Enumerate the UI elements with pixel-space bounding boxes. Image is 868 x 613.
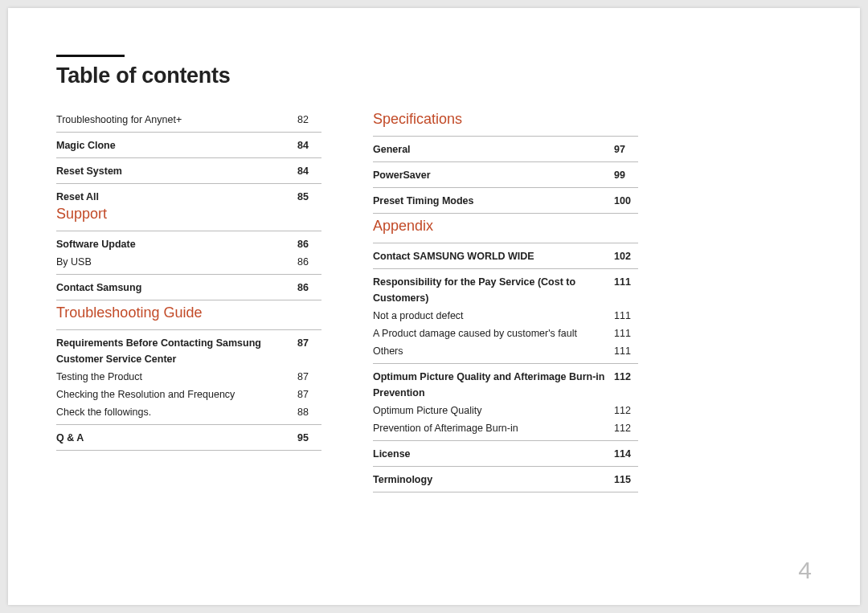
toc-entry[interactable]: By USB86 — [56, 253, 321, 271]
toc-entry-label: Others — [373, 343, 614, 359]
toc-entry-label: PowerSaver — [373, 167, 614, 183]
divider — [56, 132, 321, 133]
divider — [373, 136, 638, 137]
toc-entry[interactable]: Optimum Picture Quality and Afterimage B… — [373, 368, 638, 402]
troubleshooting-groups: Requirements Before Contacting Samsung C… — [56, 329, 321, 451]
divider — [373, 466, 638, 467]
toc-entry[interactable]: Requirements Before Contacting Samsung C… — [56, 334, 321, 368]
toc-entry[interactable]: Others111 — [373, 342, 638, 360]
toc-entry-page: 86 — [297, 254, 321, 270]
toc-entry-label: License — [373, 446, 614, 462]
toc-entry-page: 84 — [297, 137, 321, 153]
section-appendix: Appendix Contact SAMSUNG WORLD WIDE102Re… — [373, 218, 638, 492]
toc-entry-page: 82 — [297, 112, 321, 128]
toc-entry[interactable]: Reset System84 — [56, 162, 321, 180]
toc-entry[interactable]: Testing the Product87 — [56, 368, 321, 386]
toc-entry-label: Responsibility for the Pay Service (Cost… — [373, 274, 614, 306]
toc-entry-label: By USB — [56, 254, 297, 270]
toc-entry[interactable]: Check the followings.88 — [56, 403, 321, 421]
divider — [373, 243, 638, 243]
toc-entry-page: 102 — [614, 248, 638, 264]
toc-entry[interactable]: Preset Timing Modes100 — [373, 192, 638, 210]
divider — [373, 440, 638, 441]
support-groups: Software Update86By USB86Contact Samsung… — [56, 231, 321, 300]
toc-entry-label: Testing the Product — [56, 369, 297, 385]
section-specifications: Specifications General97PowerSaver99Pres… — [373, 111, 638, 214]
toc-entry-page: 111 — [614, 343, 638, 359]
divider — [56, 183, 321, 184]
divider — [373, 268, 638, 269]
toc-entry-label: General — [373, 141, 614, 157]
toc-entry-label: Check the followings. — [56, 404, 297, 420]
toc-entry-label: Checking the Resolution and Frequency — [56, 386, 297, 403]
toc-entry-page: 87 — [297, 369, 321, 385]
specifications-groups: General97PowerSaver99Preset Timing Modes… — [373, 136, 638, 214]
toc-entry[interactable]: License114 — [373, 445, 638, 463]
toc-entry-label: Requirements Before Contacting Samsung C… — [56, 335, 297, 367]
toc-entry-label: Terminology — [373, 472, 614, 488]
page: Table of contents Troubleshooting for An… — [8, 8, 860, 605]
toc-entry[interactable]: Prevention of Afterimage Burn-in112 — [373, 419, 638, 437]
toc-entry-label: Troubleshooting for Anynet+ — [56, 112, 297, 128]
section-support: Support Software Update86By USB86Contact… — [56, 206, 321, 300]
toc-entry-label: Not a product defect — [373, 308, 614, 324]
toc-entry-page: 111 — [614, 308, 638, 324]
toc-entry-page: 87 — [297, 335, 321, 367]
divider — [373, 213, 638, 214]
columns: Troubleshooting for Anynet+82Magic Clone… — [56, 111, 812, 497]
divider — [373, 492, 638, 492]
toc-entry[interactable]: Responsibility for the Pay Service (Cost… — [373, 273, 638, 307]
toc-entry[interactable]: Reset All85 — [56, 188, 321, 206]
divider — [56, 157, 321, 158]
toc-entry-label: Prevention of Afterimage Burn-in — [373, 420, 614, 436]
title-rule — [56, 55, 125, 57]
toc-entry-page: 97 — [614, 141, 638, 157]
toc-entry-page: 111 — [614, 274, 638, 306]
toc-entry[interactable]: Checking the Resolution and Frequency87 — [56, 386, 321, 403]
toc-entry[interactable]: A Product damage caused by customer's fa… — [373, 325, 638, 342]
toc-entry[interactable]: Q & A95 — [56, 429, 321, 447]
heading-specifications: Specifications — [373, 111, 638, 128]
toc-entry-page: 85 — [297, 189, 321, 205]
toc-entry-label: Magic Clone — [56, 137, 297, 153]
divider — [56, 329, 321, 330]
toc-entry[interactable]: General97 — [373, 141, 638, 158]
toc-entry[interactable]: Troubleshooting for Anynet+82 — [56, 111, 321, 129]
toc-entry-label: Software Update — [56, 236, 297, 252]
divider — [56, 424, 321, 425]
toc-entry-label: Reset All — [56, 189, 297, 205]
toc-entry[interactable]: PowerSaver99 — [373, 166, 638, 184]
toc-entry-page: 99 — [614, 167, 638, 183]
toc-entry-page: 100 — [614, 193, 638, 209]
column-right: Specifications General97PowerSaver99Pres… — [373, 111, 638, 497]
toc-entry[interactable]: Contact Samsung86 — [56, 279, 321, 296]
heading-appendix: Appendix — [373, 218, 638, 235]
divider — [373, 187, 638, 188]
top-block: Troubleshooting for Anynet+82Magic Clone… — [56, 111, 321, 206]
page-title: Table of contents — [56, 63, 812, 88]
toc-entry-page: 112 — [614, 369, 638, 401]
toc-entry-page: 88 — [297, 404, 321, 420]
toc-entry-label: Preset Timing Modes — [373, 193, 614, 209]
column-left: Troubleshooting for Anynet+82Magic Clone… — [56, 111, 321, 497]
heading-support: Support — [56, 206, 321, 223]
divider — [56, 274, 321, 275]
toc-entry[interactable]: Not a product defect111 — [373, 307, 638, 325]
toc-entry-label: Contact SAMSUNG WORLD WIDE — [373, 248, 614, 264]
toc-entry[interactable]: Magic Clone84 — [56, 137, 321, 154]
toc-entry-label: Q & A — [56, 430, 297, 446]
toc-entry-page: 112 — [614, 403, 638, 419]
divider — [56, 450, 321, 451]
toc-entry-page: 86 — [297, 280, 321, 296]
toc-entry[interactable]: Optimum Picture Quality112 — [373, 402, 638, 419]
toc-entry-label: Optimum Picture Quality — [373, 403, 614, 419]
toc-entry[interactable]: Software Update86 — [56, 235, 321, 253]
toc-entry-page: 114 — [614, 446, 638, 462]
toc-entry-label: A Product damage caused by customer's fa… — [373, 325, 614, 341]
toc-entry[interactable]: Terminology115 — [373, 471, 638, 488]
toc-entry[interactable]: Contact SAMSUNG WORLD WIDE102 — [373, 247, 638, 265]
section-troubleshooting: Troubleshooting Guide Requirements Befor… — [56, 304, 321, 451]
toc-entry-page: 87 — [297, 386, 321, 403]
divider — [56, 300, 321, 300]
toc-entry-page: 95 — [297, 430, 321, 446]
